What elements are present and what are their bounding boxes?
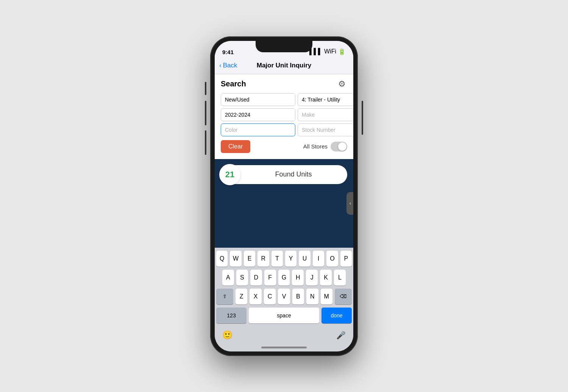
- mute-button: [205, 82, 206, 95]
- clear-button[interactable]: Clear: [221, 140, 250, 153]
- key-y[interactable]: Y: [285, 251, 296, 267]
- key-s[interactable]: S: [236, 270, 248, 286]
- type-input[interactable]: [298, 93, 353, 106]
- color-input[interactable]: [221, 123, 295, 136]
- back-label[interactable]: Back: [223, 62, 237, 69]
- chevron-left-icon: ‹: [219, 62, 222, 69]
- keyboard-row-1: Q W E R T Y U I O P: [216, 251, 352, 267]
- wifi-icon: WiFi: [324, 48, 336, 55]
- battery-icon: 🔋: [338, 48, 346, 55]
- chevron-left-icon: ‹: [350, 201, 351, 206]
- key-x[interactable]: X: [250, 289, 261, 305]
- volume-up-button: [205, 101, 206, 125]
- new-used-input[interactable]: [221, 93, 295, 106]
- keyboard-row-3: ⇧ Z X C V B N M ⌫: [216, 289, 352, 305]
- signal-icon: ▌▌▌: [309, 48, 322, 55]
- filter-grid: [221, 93, 347, 136]
- status-icons: ▌▌▌ WiFi 🔋: [309, 48, 346, 55]
- bottom-bar: 🙂 🎤: [215, 328, 353, 344]
- key-u[interactable]: U: [299, 251, 310, 267]
- phone-screen: 9:41 ▌▌▌ WiFi 🔋 ‹ Back Major Unit Inquir…: [215, 41, 353, 351]
- year-input[interactable]: [221, 108, 295, 121]
- volume-down-button: [205, 130, 206, 155]
- keyboard-area: Q W E R T Y U I O P A S D F G: [215, 248, 353, 328]
- key-l[interactable]: L: [334, 270, 346, 286]
- all-stores-toggle[interactable]: [331, 142, 347, 151]
- phone-notch: [256, 41, 312, 52]
- status-time: 9:41: [222, 49, 234, 55]
- key-t[interactable]: T: [272, 251, 283, 267]
- key-c[interactable]: C: [264, 289, 276, 305]
- toggle-thumb: [338, 142, 346, 151]
- found-count: 21: [225, 170, 234, 180]
- key-d[interactable]: D: [250, 270, 262, 286]
- content-area: Search ⚙ Clear All Stores: [215, 74, 353, 351]
- key-n[interactable]: N: [306, 289, 318, 305]
- key-k[interactable]: K: [320, 270, 332, 286]
- settings-icon[interactable]: ⚙: [337, 79, 347, 89]
- space-key[interactable]: space: [249, 308, 319, 323]
- microphone-icon[interactable]: 🎤: [336, 331, 346, 340]
- key-v[interactable]: V: [278, 289, 290, 305]
- home-indicator: [215, 344, 353, 351]
- all-stores-row: All Stores: [303, 142, 347, 151]
- page-title: Major Unit Inquiry: [257, 62, 312, 69]
- key-r[interactable]: R: [257, 251, 269, 267]
- search-section: Search ⚙ Clear All Stores: [215, 74, 353, 159]
- found-count-circle: 21: [219, 164, 240, 185]
- emoji-icon[interactable]: 🙂: [222, 330, 233, 340]
- nav-bar: ‹ Back Major Unit Inquiry: [215, 58, 353, 74]
- home-bar: [261, 347, 307, 348]
- key-a[interactable]: A: [222, 270, 234, 286]
- key-i[interactable]: I: [313, 251, 324, 267]
- key-w[interactable]: W: [230, 251, 241, 267]
- action-row: Clear All Stores: [221, 140, 347, 153]
- backspace-key[interactable]: ⌫: [335, 289, 352, 305]
- done-key[interactable]: done: [321, 308, 352, 323]
- make-input[interactable]: [298, 108, 353, 121]
- key-q[interactable]: Q: [216, 251, 228, 267]
- key-o[interactable]: O: [326, 251, 338, 267]
- keyboard-row-2: A S D F G H J K L: [216, 270, 352, 286]
- key-b[interactable]: B: [292, 289, 304, 305]
- key-j[interactable]: J: [306, 270, 318, 286]
- key-e[interactable]: E: [244, 251, 255, 267]
- power-button: [362, 101, 363, 135]
- key-z[interactable]: Z: [236, 289, 247, 305]
- back-button[interactable]: ‹ Back: [219, 62, 237, 69]
- shift-key[interactable]: ⇧: [216, 289, 233, 305]
- num-key[interactable]: 123: [216, 308, 247, 323]
- search-label: Search: [221, 80, 246, 88]
- phone-device: 9:41 ▌▌▌ WiFi 🔋 ‹ Back Major Unit Inquir…: [210, 36, 358, 356]
- scroll-handle[interactable]: ‹: [346, 192, 353, 215]
- key-m[interactable]: M: [321, 289, 332, 305]
- key-g[interactable]: G: [278, 270, 290, 286]
- key-f[interactable]: F: [264, 270, 276, 286]
- all-stores-label: All Stores: [303, 143, 328, 150]
- results-section: 21 Found Units ‹: [215, 159, 353, 248]
- stock-input[interactable]: [298, 123, 353, 136]
- keyboard-row-4: 123 space done: [216, 308, 352, 323]
- key-h[interactable]: H: [292, 270, 304, 286]
- key-p[interactable]: P: [340, 251, 352, 267]
- found-units-row[interactable]: 21 Found Units: [221, 165, 347, 184]
- search-header: Search ⚙: [221, 79, 347, 89]
